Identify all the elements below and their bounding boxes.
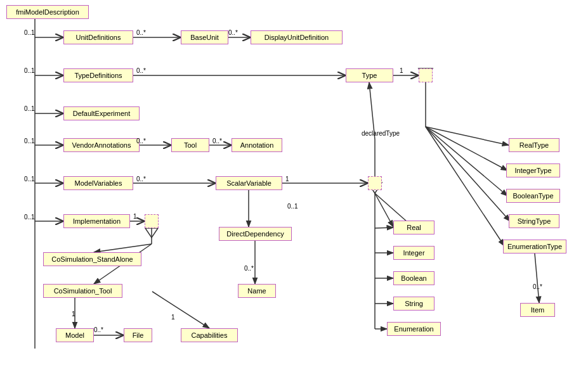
label-mul-16: 0..* — [244, 265, 254, 272]
label-mul-3: 0..1 — [24, 105, 35, 112]
uml-diagram: fmiModelDescription UnitDefinitions Type… — [0, 0, 588, 372]
box-fmiModelDescription: fmiModelDescription — [6, 5, 89, 19]
box-TypeInherit — [419, 68, 433, 82]
box-String: String — [393, 297, 434, 311]
box-ScalarVariable: ScalarVariable — [216, 176, 282, 190]
box-VendorAnnotations: VendorAnnotations — [63, 138, 140, 152]
svg-line-43 — [426, 127, 507, 170]
svg-line-28 — [375, 193, 393, 227]
label-mul-15: 0..1 — [287, 203, 298, 210]
box-DisplayUnitDefinition: DisplayUnitDefinition — [251, 30, 343, 44]
svg-line-47 — [535, 253, 539, 303]
label-mul-8: 0..* — [228, 29, 238, 36]
box-Item: Item — [520, 303, 555, 317]
box-UnitDefinitions: UnitDefinitions — [63, 30, 133, 44]
label-mul-4: 0..1 — [24, 138, 35, 144]
box-Capabilities: Capabilities — [181, 328, 238, 342]
label-declaredType: declaredType — [362, 130, 400, 137]
box-ModelVariables: ModelVariables — [63, 176, 133, 190]
box-CoSimulation-Tool: CoSimulation_Tool — [43, 284, 122, 298]
box-Real: Real — [393, 221, 434, 234]
svg-line-21 — [94, 244, 152, 252]
box-DirectDependency: DirectDependency — [219, 227, 292, 241]
label-mul-11: 0..* — [136, 138, 146, 144]
box-Type: Type — [346, 68, 393, 82]
label-mul-20: 1 — [171, 314, 175, 321]
box-Enumeration: Enumeration — [387, 322, 441, 336]
box-Integer: Integer — [393, 246, 434, 260]
box-Model: Model — [56, 328, 94, 342]
label-mul-18: 0..* — [94, 326, 103, 333]
box-IntegerType: IntegerType — [506, 164, 560, 177]
box-Tool: Tool — [171, 138, 209, 152]
box-Implementation: Implementation — [63, 214, 130, 228]
box-BooleanType: BooleanType — [506, 189, 560, 203]
svg-marker-23 — [145, 228, 158, 238]
box-BaseUnit: BaseUnit — [181, 30, 228, 44]
svg-line-46 — [426, 127, 504, 246]
svg-line-26 — [152, 292, 209, 328]
svg-line-42 — [426, 127, 509, 145]
label-mul-6: 0..1 — [24, 214, 35, 221]
box-Name: Name — [238, 284, 276, 298]
label-mul-17: 1 — [133, 213, 137, 220]
box-File: File — [124, 328, 152, 342]
box-StringType: StringType — [509, 214, 559, 228]
box-ScalarVarInherit — [368, 176, 382, 190]
label-mul-2: 0..1 — [24, 67, 35, 74]
svg-line-31 — [375, 228, 393, 228]
svg-line-45 — [426, 127, 510, 221]
label-mul-7: 0..* — [136, 29, 146, 36]
box-ImplInherit — [145, 214, 159, 228]
box-EnumerationType: EnumerationType — [503, 240, 566, 253]
label-mul-19: 1 — [72, 311, 75, 317]
label-mul-13: 0..* — [136, 176, 146, 183]
box-DefaultExperiment: DefaultExperiment — [63, 106, 140, 120]
label-mul-14: 1 — [285, 176, 289, 183]
box-Annotation: Annotation — [232, 138, 282, 152]
label-mul-12: 0..* — [212, 138, 222, 144]
box-RealType: RealType — [509, 138, 559, 152]
box-CoSimulation-StandAlone: CoSimulation_StandAlone — [43, 252, 141, 266]
label-mul-21: 0..* — [533, 283, 542, 290]
label-mul-5: 0..1 — [24, 176, 35, 183]
label-mul-9: 0..* — [136, 67, 146, 74]
box-TypeDefinitions: TypeDefinitions — [63, 68, 133, 82]
box-Boolean: Boolean — [393, 271, 434, 285]
label-mul-1: 0..1 — [24, 29, 35, 36]
svg-line-44 — [426, 127, 507, 196]
label-mul-10: 1 — [400, 67, 403, 74]
